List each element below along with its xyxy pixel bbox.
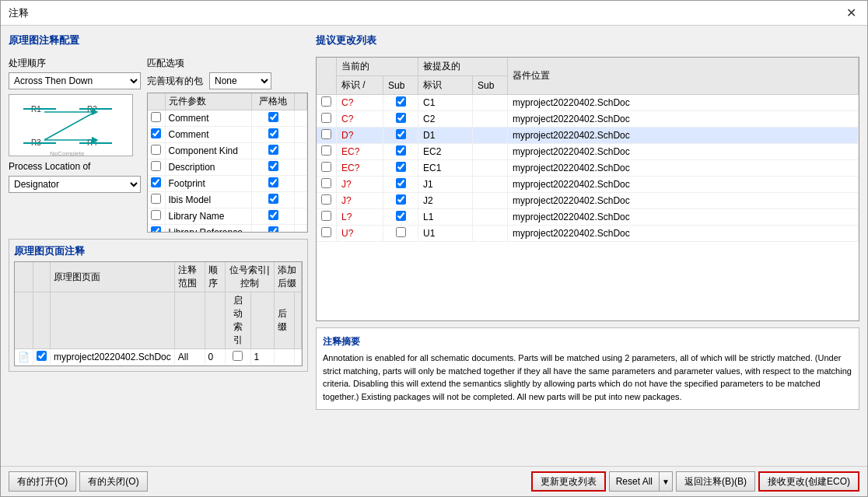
sug-current-sub-checkbox[interactable] — [396, 227, 406, 237]
sug-check-cell[interactable] — [317, 177, 337, 193]
sug-current-sub-checkbox[interactable] — [396, 194, 406, 205]
param-row: Ibis Model — [148, 192, 307, 208]
param-checkbox[interactable] — [151, 112, 161, 122]
param-strict-cell[interactable] — [252, 208, 295, 225]
sug-check-cell[interactable] — [317, 209, 337, 226]
sch-autoindex-cell[interactable] — [225, 349, 250, 366]
sug-checkbox[interactable] — [321, 113, 331, 123]
param-check-cell[interactable] — [148, 225, 165, 233]
sch-autoindex-checkbox[interactable] — [233, 351, 243, 361]
param-check-cell[interactable] — [148, 159, 165, 176]
sug-current-sub-checkbox[interactable] — [396, 96, 406, 107]
sug-current-sub-checkbox[interactable] — [396, 113, 406, 123]
param-check-cell[interactable] — [148, 192, 165, 208]
right-section-title: 提议更改列表 — [316, 33, 859, 47]
sug-checkbox[interactable] — [321, 145, 331, 156]
param-strict-checkbox[interactable] — [268, 210, 278, 220]
param-strict-checkbox[interactable] — [268, 161, 278, 171]
param-strict-checkbox[interactable] — [268, 226, 278, 233]
param-check-cell[interactable] — [148, 143, 165, 159]
svg-text:NpComplete: NpComplete — [50, 150, 85, 156]
complete-existing-dropdown[interactable]: None All — [209, 72, 271, 89]
update-list-button[interactable]: 更新更改列表 — [531, 471, 606, 492]
param-strict-cell[interactable] — [252, 159, 295, 176]
param-strict-cell[interactable] — [252, 192, 295, 208]
sug-current-sub-checkbox[interactable] — [396, 178, 406, 188]
param-strict-checkbox[interactable] — [268, 145, 278, 155]
sug-current-sub[interactable] — [383, 160, 418, 177]
sug-checkbox[interactable] — [321, 178, 331, 188]
processing-order-dropdown[interactable]: Across Then Down Down Then Across By She… — [9, 72, 141, 89]
return-annotation-button[interactable]: 返回注释(B)(B) — [676, 471, 755, 492]
param-checkbox[interactable] — [151, 210, 161, 220]
param-strict-checkbox[interactable] — [268, 177, 278, 187]
sug-checkbox[interactable] — [321, 162, 331, 172]
sug-current-sub[interactable] — [383, 95, 418, 111]
param-strict-cell[interactable] — [252, 127, 295, 143]
sch-check-cell[interactable] — [33, 349, 51, 366]
th-sch-blank6 — [295, 292, 302, 349]
param-check-cell[interactable] — [148, 127, 165, 143]
param-strict-cell[interactable] — [252, 143, 295, 159]
process-location-dropdown[interactable]: Designator — [9, 176, 141, 193]
sug-current-sub[interactable] — [383, 144, 418, 160]
sug-check-cell[interactable] — [317, 95, 337, 111]
sug-suggested-sub — [473, 160, 508, 177]
param-checkbox[interactable] — [151, 194, 161, 204]
param-check-cell[interactable] — [148, 208, 165, 225]
sug-checkbox[interactable] — [321, 129, 331, 139]
accept-changes-button[interactable]: 接收更改(创建ECO) — [758, 471, 859, 492]
sug-check-cell[interactable] — [317, 193, 337, 209]
th-sug-sub: Sub — [473, 76, 508, 95]
sug-current-sub[interactable] — [383, 226, 418, 242]
close-button[interactable]: ✕ — [843, 5, 859, 20]
sug-checkbox[interactable] — [321, 211, 331, 221]
sug-current-sub[interactable] — [383, 128, 418, 144]
sug-current-sub-checkbox[interactable] — [396, 129, 406, 139]
param-strict-cell[interactable] — [252, 110, 295, 127]
param-check-cell[interactable] — [148, 176, 165, 192]
sug-current-sub-checkbox[interactable] — [396, 211, 406, 221]
sug-check-cell[interactable] — [317, 144, 337, 160]
param-strict-cell[interactable] — [252, 225, 295, 233]
sug-current-id: J? — [337, 193, 383, 209]
param-row: Footprint — [148, 176, 307, 192]
sug-current-id: U? — [337, 226, 383, 242]
sug-current-sub-checkbox[interactable] — [396, 145, 406, 156]
param-name-cell: Comment — [165, 127, 252, 143]
th-sch-suffix2: 后缀 — [274, 292, 294, 349]
sug-page: myproject20220402.SchDoc — [508, 209, 859, 226]
sug-checkbox[interactable] — [321, 194, 331, 205]
sug-current-sub[interactable] — [383, 193, 418, 209]
param-check-cell[interactable] — [148, 110, 165, 127]
param-checkbox[interactable] — [151, 128, 161, 138]
param-checkbox[interactable] — [151, 145, 161, 155]
param-checkbox[interactable] — [151, 177, 161, 187]
sug-suggested-id: L1 — [418, 209, 473, 226]
param-strict-cell[interactable] — [252, 176, 295, 192]
sug-check-cell[interactable] — [317, 111, 337, 128]
param-name-cell: Component Kind — [165, 143, 252, 159]
sug-check-cell[interactable] — [317, 160, 337, 177]
param-checkbox[interactable] — [151, 226, 161, 233]
sug-check-cell[interactable] — [317, 226, 337, 242]
sug-checkbox[interactable] — [321, 227, 331, 237]
param-checkbox[interactable] — [151, 161, 161, 171]
param-strict-checkbox[interactable] — [268, 128, 278, 138]
sug-current-sub[interactable] — [383, 209, 418, 226]
reset-all-button[interactable]: Reset All — [609, 471, 659, 492]
th-sch-range: 注释范围 — [174, 262, 205, 292]
sug-check-cell[interactable] — [317, 128, 337, 144]
reset-arrow-button[interactable]: ▼ — [659, 471, 673, 492]
sug-checkbox[interactable] — [321, 96, 331, 107]
open-all-button[interactable]: 有的打开(O) — [9, 471, 76, 492]
sch-checkbox[interactable] — [37, 351, 47, 361]
sug-current-sub[interactable] — [383, 177, 418, 193]
param-strict-checkbox[interactable] — [268, 194, 278, 204]
process-location-label: Process Location of — [9, 161, 141, 172]
th-suggested-group: 被提及的 — [418, 58, 508, 76]
sug-current-sub-checkbox[interactable] — [396, 162, 406, 172]
close-all-button[interactable]: 有的关闭(O) — [79, 471, 147, 492]
param-strict-checkbox[interactable] — [268, 112, 278, 122]
sug-current-sub[interactable] — [383, 111, 418, 128]
